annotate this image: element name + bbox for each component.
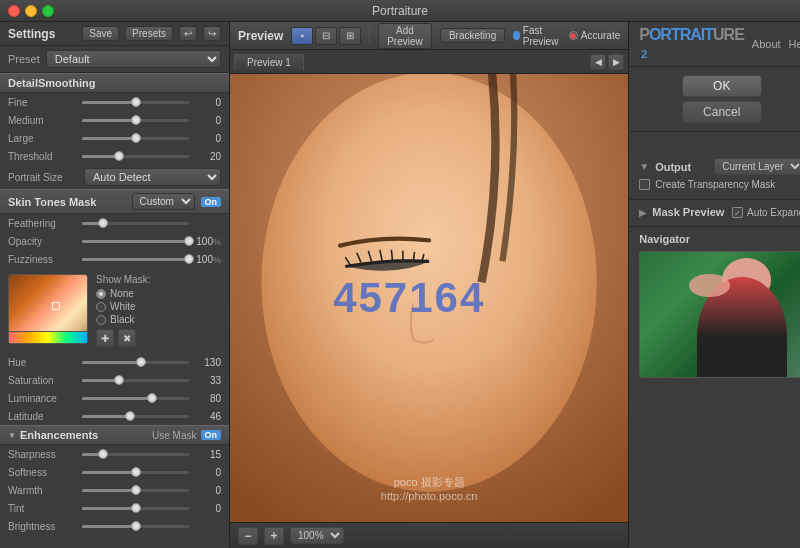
radio-none-row[interactable]: None: [96, 288, 221, 299]
view-buttons: ▪ ⊟ ⊞: [291, 27, 361, 45]
accurate-radio[interactable]: [569, 31, 578, 40]
preset-label: Preset: [8, 53, 40, 65]
add-preview-button[interactable]: Add Preview: [378, 23, 432, 49]
softness-row: Softness 0: [0, 463, 229, 481]
fine-label: Fine: [8, 97, 78, 108]
fuzziness-row: Fuzziness 100%: [0, 250, 229, 268]
fine-value: 0: [193, 97, 221, 108]
luminance-row: Luminance 80: [0, 389, 229, 407]
preset-select[interactable]: Default: [46, 50, 221, 68]
latitude-slider[interactable]: [82, 409, 189, 423]
radio-white[interactable]: [96, 302, 106, 312]
navigator-label: Navigator: [639, 233, 800, 245]
cancel-button[interactable]: Cancel: [682, 101, 762, 123]
left-panel: Settings Save Presets ↩ ↪ Preset Default…: [0, 22, 230, 548]
bracketing-button[interactable]: Bracketing: [440, 28, 505, 43]
preview-image: 457164 poco 摄影专题 http://photo.poco.cn: [230, 74, 628, 522]
window-title: Portraiture: [372, 4, 428, 18]
feathering-slider[interactable]: [82, 216, 189, 230]
save-button[interactable]: Save: [82, 26, 119, 41]
dual-view-button[interactable]: ⊞: [339, 27, 361, 45]
luminance-label: Luminance: [8, 393, 78, 404]
maximize-button[interactable]: [42, 5, 54, 17]
fine-slider[interactable]: [82, 95, 189, 109]
undo-button[interactable]: ↩: [179, 26, 197, 41]
sharpness-slider[interactable]: [82, 447, 189, 461]
preview-bottom-bar: − + 100% 50% 200% Fit: [230, 522, 628, 548]
warmth-slider[interactable]: [82, 483, 189, 497]
medium-slider[interactable]: [82, 113, 189, 127]
redo-button[interactable]: ↪: [203, 26, 221, 41]
prev-preview-button[interactable]: ◀: [590, 54, 606, 70]
threshold-row: Threshold 20: [0, 147, 229, 165]
zoom-minus-button[interactable]: −: [238, 527, 258, 545]
close-button[interactable]: [8, 5, 20, 17]
right-menu: About Help: [752, 38, 800, 50]
split-view-button[interactable]: ⊟: [315, 27, 337, 45]
next-preview-button[interactable]: ▶: [608, 54, 624, 70]
enhancements-on-badge[interactable]: On: [201, 430, 222, 440]
softness-slider[interactable]: [82, 465, 189, 479]
none-label: None: [110, 288, 134, 299]
preset-row: Preset Default: [0, 46, 229, 73]
accurate-option[interactable]: Accurate: [569, 30, 620, 41]
center-panel: Preview ▪ ⊟ ⊞ Add Preview Bracketing Fas…: [230, 22, 629, 548]
eyedropper-subtract[interactable]: ✖: [118, 329, 136, 347]
radio-black-row[interactable]: Black: [96, 314, 221, 325]
large-slider[interactable]: [82, 131, 189, 145]
color-wheel[interactable]: [8, 274, 88, 344]
opacity-slider[interactable]: [82, 234, 189, 248]
minimize-button[interactable]: [25, 5, 37, 17]
app-name-ure: URE: [713, 26, 744, 43]
settings-header: Settings Save Presets ↩ ↪: [0, 22, 229, 46]
presets-button[interactable]: Presets: [125, 26, 173, 41]
about-menu-item[interactable]: About: [752, 38, 781, 50]
create-transparency-row[interactable]: Create Transparency Mask: [639, 179, 800, 190]
mask-preview-section: ▶ Mask Preview ✓ Auto Expand: [629, 200, 800, 227]
medium-label: Medium: [8, 115, 78, 126]
zoom-plus-button[interactable]: +: [264, 527, 284, 545]
threshold-slider[interactable]: [82, 149, 189, 163]
portrait-size-select[interactable]: Auto Detect: [84, 168, 221, 186]
output-select[interactable]: Current Layer New Layer: [714, 158, 800, 175]
luminance-slider[interactable]: [82, 391, 189, 405]
medium-value: 0: [193, 115, 221, 126]
fuzziness-slider[interactable]: [82, 252, 189, 266]
skin-on-badge[interactable]: On: [201, 197, 222, 207]
auto-expand-checkbox[interactable]: ✓: [732, 207, 743, 218]
watermark-line2: http://photo.poco.cn: [381, 490, 478, 502]
tint-slider[interactable]: [82, 501, 189, 515]
app-header: PORTRAITURE 2 About Help: [629, 22, 800, 67]
ok-button[interactable]: OK: [682, 75, 762, 97]
fast-preview-radio[interactable]: [513, 31, 520, 40]
radio-none[interactable]: [96, 289, 106, 299]
hue-slider[interactable]: [82, 355, 189, 369]
saturation-slider[interactable]: [82, 373, 189, 387]
brightness-label: Brightness: [8, 521, 78, 532]
preview-tab-1[interactable]: Preview 1: [234, 54, 304, 70]
eyedropper-add[interactable]: ✚: [96, 329, 114, 347]
mask-arrow: ▶: [639, 207, 647, 218]
zoom-select[interactable]: 100% 50% 200% Fit: [290, 527, 344, 544]
latitude-label: Latitude: [8, 411, 78, 422]
settings-title: Settings: [8, 27, 76, 41]
radio-white-row[interactable]: White: [96, 301, 221, 312]
help-menu-item[interactable]: Help: [789, 38, 800, 50]
fast-preview-option[interactable]: Fast Preview: [513, 25, 561, 47]
accurate-label: Accurate: [581, 30, 620, 41]
watermark: poco 摄影专题 http://photo.poco.cn: [381, 475, 478, 502]
luminance-value: 80: [193, 393, 221, 404]
saturation-value: 33: [193, 375, 221, 386]
color-spectrum: [9, 331, 87, 343]
tint-value: 0: [193, 503, 221, 514]
app-name-rait: ORTRAIT: [649, 26, 713, 43]
preview-toolbar: Preview ▪ ⊟ ⊞ Add Preview Bracketing Fas…: [230, 22, 628, 50]
brightness-slider[interactable]: [82, 519, 189, 533]
create-transparency-checkbox[interactable]: [639, 179, 650, 190]
radio-black[interactable]: [96, 315, 106, 325]
single-view-button[interactable]: ▪: [291, 27, 313, 45]
enhancements-header: ▼ Enhancements Use Mask On: [0, 425, 229, 445]
skin-custom-select[interactable]: Custom: [132, 193, 195, 210]
skin-tones-title: Skin Tones Mask: [8, 196, 126, 208]
output-section: ▼ Output Current Layer New Layer Create …: [629, 152, 800, 200]
